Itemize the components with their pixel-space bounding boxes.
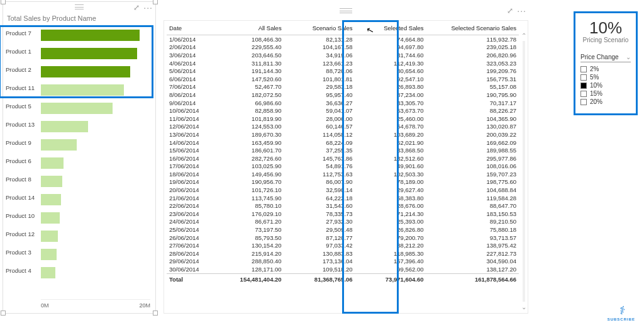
more-options-icon[interactable]: ···	[143, 3, 153, 13]
cell: 26,893.80	[355, 83, 426, 91]
cell: 64,222.18	[284, 194, 355, 202]
table-row[interactable]: 10/06/201482,858.9059,041.0753,673.7088,…	[167, 106, 519, 115]
bar-label: Product 8	[6, 176, 40, 183]
table-row[interactable]: 4/06/2014311,811.30123,661.23112,419.303…	[167, 59, 519, 67]
slicer-item[interactable]: 15%	[580, 89, 631, 98]
table-row[interactable]: 29/06/2014288,850.40173,136.04157,396.40…	[167, 258, 519, 266]
bar-row[interactable]: Product 14	[3, 193, 155, 211]
cell: 24/06/2014	[167, 218, 213, 226]
bar-row[interactable]: Product 8	[3, 174, 155, 193]
table-row[interactable]: 25/06/201473,197.5029,509.4826,826.8075,…	[167, 225, 519, 234]
table-row[interactable]: 26/06/201485,793.5087,120.7779,200.7093,…	[167, 234, 519, 242]
cell: 189,988.55	[426, 146, 519, 154]
table-row[interactable]: 11/06/2014101,819.9028,006.0025,460.0010…	[167, 115, 519, 123]
table-row[interactable]: 3/06/2014203,646.5034,919.0631,744.60206…	[167, 51, 519, 59]
clear-filter-icon[interactable]: ⌄	[626, 54, 631, 60]
table-row[interactable]: 24/06/201486,671.2027,932.3025,393.0089,…	[167, 218, 519, 226]
resize-handle[interactable]	[153, 311, 158, 316]
bar-row[interactable]: Product 1	[3, 47, 155, 65]
card-visual[interactable]: 10% Pricing Scenario	[575, 13, 636, 51]
scroll-down-icon[interactable]: ⌄	[521, 304, 526, 311]
table-row[interactable]: 21/06/2014113,745.9064,222.1858,383.8011…	[167, 194, 519, 202]
table-row[interactable]: 5/06/2014191,144.3088,720.0680,654.60199…	[167, 67, 519, 75]
slicer-item[interactable]: 5%	[580, 73, 631, 81]
table-row[interactable]: 12/06/2014124,553.0060,146.5754,678.7013…	[167, 123, 519, 131]
table-row[interactable]: 23/06/2014176,029.1078,335.7371,214.3018…	[167, 210, 519, 218]
table-row[interactable]: 18/06/2014149,456.90112,753.63102,503.30…	[167, 170, 519, 178]
subscribe-logo[interactable]: ⚕ SUBSCRIBE	[608, 304, 635, 321]
resize-handle[interactable]	[1, 0, 6, 4]
table-visual[interactable]: ⤢ ··· Date All Sales Scenario Sales Sele…	[164, 20, 528, 314]
col-selected-sales[interactable]: Selected Sales	[355, 23, 426, 35]
slicer-item-label: 10%	[590, 82, 602, 89]
slicer-item[interactable]: 2%	[580, 65, 631, 73]
cell: 26,826.80	[355, 225, 426, 234]
table-row[interactable]: 27/06/2014130,154.2097,033.4288,212.2013…	[167, 241, 519, 249]
bar-row[interactable]: Product 5	[3, 101, 155, 120]
cell: 88,647.70	[426, 202, 519, 210]
vertical-scrollbar[interactable]: ⌃ ⌄	[521, 33, 526, 309]
cell: 206,820.96	[426, 51, 519, 59]
focus-mode-icon[interactable]: ⤢	[133, 3, 140, 12]
bar-row[interactable]: Product 11	[3, 83, 155, 101]
table-row[interactable]: 2/06/2014229,555.40104,167.5894,697.8023…	[167, 43, 519, 52]
table-row[interactable]: 30/06/2014128,171.00109,518.2099,562.001…	[167, 265, 519, 273]
bar-chart-visual[interactable]: ⤢ ··· Total Sales by Product Name Produc…	[3, 1, 156, 314]
col-date[interactable]: Date	[167, 23, 213, 35]
checkbox-icon[interactable]	[580, 91, 587, 97]
table-row[interactable]: 16/06/2014282,726.60145,763.86132,512.60…	[167, 154, 519, 162]
bar-row[interactable]: Product 12	[3, 229, 155, 248]
bar-fill	[41, 194, 61, 205]
cell: 87,234.00	[355, 91, 426, 99]
checkbox-icon[interactable]	[580, 83, 587, 89]
col-selected-scenario-sales[interactable]: Selected Scenario Sales	[426, 23, 519, 35]
cell: 104,688.84	[426, 186, 519, 194]
cell: 70,317.17	[426, 99, 519, 107]
table-row[interactable]: 15/06/2014186,601.7037,255.3533,868.5018…	[167, 146, 519, 154]
slicer-visual[interactable]: Price Change ⌄ 2%5%10%15%20%	[575, 51, 636, 108]
bar-row[interactable]: Product 7	[3, 28, 155, 47]
table-row[interactable]: 13/06/2014189,670.30114,058.12103,689.20…	[167, 130, 519, 139]
bar-row[interactable]: Product 10	[3, 211, 155, 229]
checkbox-icon[interactable]	[580, 66, 587, 72]
resize-handle[interactable]	[1, 311, 6, 316]
col-scenario-sales[interactable]: Scenario Sales	[284, 23, 355, 35]
bar-row[interactable]: Product 3	[3, 248, 155, 266]
bar-row[interactable]: Product 4	[3, 266, 155, 284]
cell: 28,676.00	[355, 202, 426, 210]
table-row[interactable]: 22/06/201485,780.1031,543.6028,676.0088,…	[167, 202, 519, 210]
bar-row[interactable]: Product 9	[3, 138, 155, 156]
table-row[interactable]: 28/06/2014215,914.20130,883.83118,985.30…	[167, 249, 519, 258]
scroll-track[interactable]	[523, 41, 525, 302]
table-row[interactable]: 9/06/201466,986.6036,636.2733,305.7070,3…	[167, 99, 519, 107]
cell: 88,212.20	[355, 241, 426, 249]
checkbox-icon[interactable]	[580, 99, 587, 105]
table-row[interactable]: 17/06/2014103,025.9054,891.7649,901.6010…	[167, 162, 519, 171]
table-row[interactable]: 14/06/2014163,459.9068,224.0962,021.9016…	[167, 139, 519, 147]
drag-handle-icon[interactable]	[75, 4, 84, 9]
table-row[interactable]: 20/06/2014101,726.1032,590.1429,627.4010…	[167, 186, 519, 194]
bar-row[interactable]: Product 2	[3, 65, 155, 83]
drag-handle-icon[interactable]	[340, 8, 352, 13]
table-row[interactable]: 19/06/2014190,956.7086,007.9078,189.0019…	[167, 178, 519, 186]
slicer-item[interactable]: 20%	[580, 98, 631, 106]
table-row[interactable]: 8/06/2014182,072.5095,957.4087,234.00190…	[167, 91, 519, 99]
cell: 156,775.31	[426, 75, 519, 83]
bar-row[interactable]: Product 6	[3, 156, 155, 174]
table-row[interactable]: 6/06/2014147,520.60101,801.8192,547.1015…	[167, 75, 519, 83]
bar-row[interactable]: Product 13	[3, 120, 155, 138]
table-row[interactable]: 1/06/2014108,466.3082,131.2874,664.80115…	[167, 35, 519, 43]
cell: 66,986.60	[213, 99, 284, 107]
focus-mode-icon[interactable]: ⤢	[507, 6, 513, 15]
scroll-up-icon[interactable]: ⌃	[521, 32, 526, 39]
slicer-item[interactable]: 10%	[580, 81, 631, 89]
table-row[interactable]: 7/06/201452,467.7029,583.1826,893.8055,1…	[167, 83, 519, 91]
checkbox-icon[interactable]	[580, 74, 587, 81]
cell: 2/06/2014	[167, 43, 213, 52]
cell: 27,932.30	[284, 218, 355, 226]
cell: 82,131.28	[284, 35, 355, 43]
more-options-icon[interactable]: ···	[517, 6, 526, 16]
resize-handle[interactable]	[153, 0, 158, 4]
col-all-sales[interactable]: All Sales	[213, 23, 284, 35]
cell: 82,858.90	[213, 106, 284, 115]
